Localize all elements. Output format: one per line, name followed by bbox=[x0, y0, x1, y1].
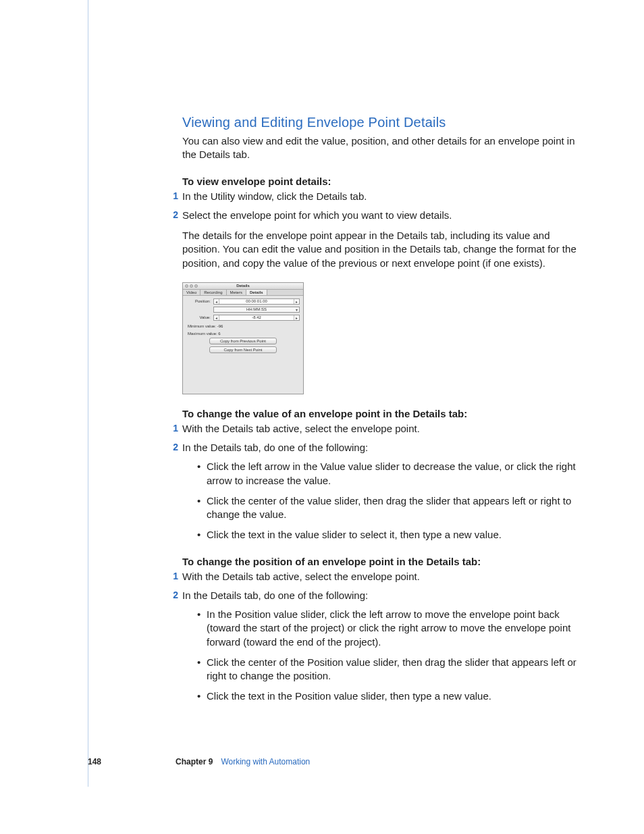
figure-max-label: Maximum value: bbox=[188, 332, 217, 336]
figure-max-value: 6 bbox=[218, 332, 220, 336]
bullet-text: Click the text in the value slider to se… bbox=[207, 528, 581, 542]
figure-position-slider: ◂ 00:00:01.00 ▸ bbox=[213, 298, 300, 305]
step-number: 2 bbox=[170, 589, 182, 602]
task3-bullet-2: • Click the center of the Position value… bbox=[197, 656, 581, 683]
bullet-icon: • bbox=[197, 494, 207, 522]
step-text: With the Details tab active, select the … bbox=[182, 570, 581, 583]
left-margin-rule bbox=[88, 0, 88, 787]
figure-window-title: Details bbox=[183, 284, 303, 288]
task3-step-2: 2 In the Details tab, do one of the foll… bbox=[182, 589, 581, 602]
figure-tab-details: Details bbox=[246, 290, 267, 295]
bullet-icon: • bbox=[197, 460, 207, 488]
figure-left-arrow-icon: ◂ bbox=[214, 315, 219, 320]
figure-position-label: Position: bbox=[186, 299, 213, 303]
intro-paragraph: You can also view and edit the value, po… bbox=[182, 134, 581, 162]
figure-tabs: Video Recording Meters Details bbox=[183, 290, 303, 296]
bullet-icon: • bbox=[197, 656, 207, 683]
step-number: 2 bbox=[170, 209, 182, 222]
task1-after: The details for the envelope point appea… bbox=[182, 229, 581, 270]
step-number: 1 bbox=[170, 190, 182, 203]
task2-bullet-3: • Click the text in the value slider to … bbox=[197, 528, 581, 542]
figure-format-value: HH:MM:SS bbox=[246, 307, 267, 311]
step-text: In the Details tab, do one of the follow… bbox=[182, 589, 581, 602]
figure-right-arrow-icon: ▸ bbox=[294, 299, 299, 304]
bullet-icon: • bbox=[197, 689, 207, 703]
task1-step-1: 1 In the Utility window, click the Detai… bbox=[182, 190, 581, 203]
figure-value-label: Value: bbox=[186, 315, 213, 319]
details-tab-figure: Details Video Recording Meters Details P… bbox=[182, 282, 304, 394]
page-footer: 148 Chapter 9 Working with Automation bbox=[88, 757, 310, 766]
task2-bullet-1: • Click the left arrow in the Value valu… bbox=[197, 460, 581, 488]
task1-step-2: 2 Select the envelope point for which yo… bbox=[182, 209, 581, 222]
step-text: In the Utility window, click the Details… bbox=[182, 190, 581, 203]
figure-position-value: 00:00:01.00 bbox=[246, 299, 267, 303]
task2-step-1: 1 With the Details tab active, select th… bbox=[182, 422, 581, 436]
figure-tab-meters: Meters bbox=[227, 290, 246, 295]
bullet-icon: • bbox=[197, 528, 207, 542]
task3-bullet-3: • Click the text in the Position value s… bbox=[197, 689, 581, 703]
task1-title: To view envelope point details: bbox=[182, 176, 581, 187]
bullet-text: Click the center of the value slider, th… bbox=[207, 494, 581, 522]
figure-left-arrow-icon: ◂ bbox=[214, 299, 219, 304]
step-text: Select the envelope point for which you … bbox=[182, 209, 581, 222]
figure-min-value: -96 bbox=[217, 324, 223, 328]
task2-title: To change the value of an envelope point… bbox=[182, 408, 581, 419]
page-number: 148 bbox=[88, 757, 101, 766]
task2-step-2: 2 In the Details tab, do one of the foll… bbox=[182, 441, 581, 454]
bullet-icon: • bbox=[197, 608, 207, 649]
bullet-text: In the Position value slider, click the … bbox=[207, 608, 581, 649]
figure-tab-video: Video bbox=[183, 290, 200, 295]
bullet-text: Click the text in the Position value sli… bbox=[207, 689, 581, 703]
chapter-label: Chapter 9 bbox=[176, 757, 213, 766]
figure-max-row: Maximum value: 6 bbox=[188, 332, 300, 336]
step-number: 1 bbox=[170, 422, 182, 436]
step-text: In the Details tab, do one of the follow… bbox=[182, 441, 581, 454]
task3-step-1: 1 With the Details tab active, select th… bbox=[182, 570, 581, 583]
step-number: 1 bbox=[170, 570, 182, 583]
bullet-text: Click the left arrow in the Value value … bbox=[207, 460, 581, 488]
figure-min-row: Minimum value: -96 bbox=[188, 324, 300, 328]
figure-value-value: -8.42 bbox=[252, 315, 261, 319]
figure-right-arrow-icon: ▸ bbox=[294, 315, 299, 320]
section-heading: Viewing and Editing Envelope Point Detai… bbox=[182, 115, 581, 130]
bullet-text: Click the center of the Position value s… bbox=[207, 656, 581, 683]
figure-dropdown-icon: ▾ bbox=[296, 307, 298, 312]
figure-titlebar: Details bbox=[183, 283, 303, 290]
figure-tab-recording: Recording bbox=[200, 290, 226, 295]
figure-copy-prev-button: Copy from Previous Point bbox=[209, 338, 277, 344]
task3-title: To change the position of an envelope po… bbox=[182, 556, 581, 567]
figure-value-slider: ◂ -8.42 ▸ bbox=[213, 315, 300, 321]
task3-bullet-1: • In the Position value slider, click th… bbox=[197, 608, 581, 649]
step-number: 2 bbox=[170, 441, 182, 454]
figure-copy-next-button: Copy from Next Point bbox=[209, 346, 277, 353]
figure-format-dropdown: HH:MM:SS ▾ bbox=[213, 307, 300, 313]
step-text: With the Details tab active, select the … bbox=[182, 422, 581, 436]
figure-min-label: Minimum value: bbox=[188, 324, 216, 328]
chapter-title: Working with Automation bbox=[221, 757, 310, 766]
task2-bullet-2: • Click the center of the value slider, … bbox=[197, 494, 581, 522]
